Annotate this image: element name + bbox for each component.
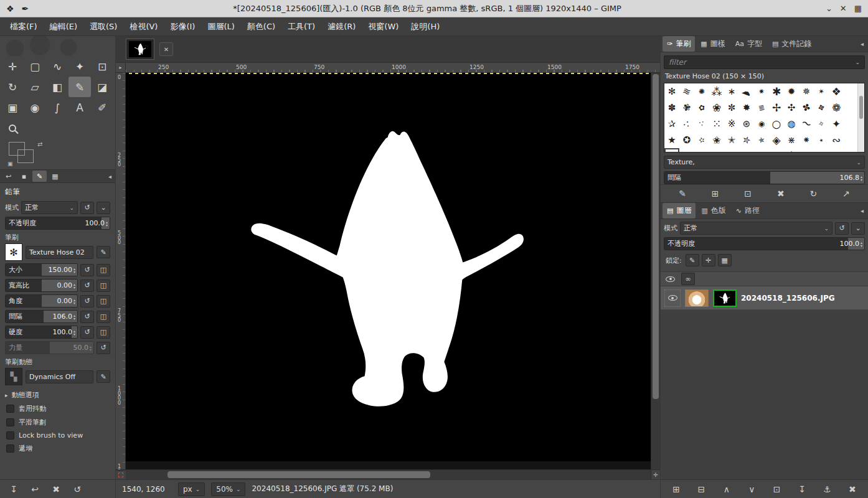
size-reset-button[interactable]: ↺ <box>80 264 94 276</box>
brush-thumbnail[interactable]: ≣ <box>752 98 771 117</box>
tab-paths[interactable]: ∿路徑 <box>732 203 764 218</box>
checkbox-lock-brush-to-view[interactable] <box>6 431 14 439</box>
image-canvas[interactable] <box>126 73 651 461</box>
new-brush-button[interactable]: ⊞ <box>709 187 722 200</box>
brush-thumbnail[interactable]: ✷ <box>812 146 831 153</box>
tab-brushes[interactable]: ✑筆刷 <box>663 36 695 52</box>
paint-mode-combo[interactable]: 正常 ⌄ <box>21 201 78 214</box>
reset-tool-options-button[interactable]: ↺ <box>71 483 83 496</box>
tab-channels[interactable]: ▥色版 <box>697 203 730 218</box>
spinner-buttons[interactable]: ▴▾ <box>861 175 864 181</box>
navigation-button[interactable]: ✛ <box>651 470 660 479</box>
spin-down-icon[interactable]: ▾ <box>861 178 862 181</box>
delete-layer-button[interactable]: ✖ <box>846 483 859 496</box>
brush-thumbnail[interactable]: ✽ <box>664 100 679 116</box>
brush-thumbnail[interactable]: ٭ <box>812 130 831 149</box>
tool-smudge[interactable]: ◉ <box>24 97 46 118</box>
tab-tool-options[interactable]: ✎ <box>32 171 47 182</box>
brush-thumbnail[interactable]: ❖ <box>829 83 844 100</box>
menu-item-select[interactable]: 選取(S) <box>83 18 123 35</box>
brush-thumbnail[interactable]: ✻ <box>664 83 679 100</box>
merge-down-button[interactable]: ↧ <box>795 483 809 496</box>
spin-down-icon[interactable]: ▾ <box>73 286 75 289</box>
brush-thumbnail[interactable]: ✥ <box>812 98 831 117</box>
link-all-layers-button[interactable]: ∞ <box>681 273 695 285</box>
dynamics-options-expander[interactable]: ▸ 動態選項 <box>5 390 110 400</box>
vertical-scrollbar-thumb[interactable] <box>653 74 659 399</box>
checkbox-row-smooth-stroke[interactable]: 平滑筆劃 <box>6 418 109 427</box>
spin-down-icon[interactable]: ▾ <box>90 348 92 351</box>
tool-paths[interactable]: ∫ <box>46 97 68 118</box>
edit-dynamics-button[interactable]: ✎ <box>97 370 110 383</box>
hardness-link-button[interactable]: ◫ <box>97 326 110 339</box>
canvas-view[interactable] <box>126 73 651 469</box>
dock-menu-arrow-icon[interactable]: ◂ <box>106 173 114 180</box>
duplicate-brush-button[interactable]: ⊡ <box>741 187 755 200</box>
force-slider[interactable]: 力量50.0▴▾ <box>5 341 94 354</box>
layer-row[interactable]: 20240518_125606.JPG <box>661 286 868 310</box>
brush-thumbnail[interactable]: ✴ <box>709 148 724 153</box>
brush-grid-scrollbar[interactable] <box>857 83 864 152</box>
brush-thumbnail[interactable]: ⋇ <box>784 132 799 148</box>
tool-transform[interactable]: ↻ <box>1 77 24 97</box>
layer-thumbnail[interactable] <box>685 289 709 307</box>
brush-thumbnail[interactable]: ✧ <box>812 114 831 133</box>
menu-item-file[interactable]: 檔案(F) <box>4 18 44 35</box>
layer-visibility-eye-icon[interactable] <box>668 295 677 301</box>
checkbox-row-lock-brush-to-view[interactable]: Lock brush to view <box>6 431 109 439</box>
tool-text[interactable]: A <box>68 97 91 118</box>
brush-thumbnail[interactable]: ✹ <box>829 148 844 153</box>
tab-fonts[interactable]: Aa字型 <box>731 36 767 52</box>
zoom-combo[interactable]: 50% ⌄ <box>211 482 245 496</box>
ruler-corner-menu-button[interactable]: ▸ <box>116 63 126 73</box>
brush-thumbnail[interactable]: ≈ <box>664 148 679 153</box>
dock-menu-arrow-icon[interactable]: ◂ <box>858 40 866 47</box>
aspect-ratio-reset-button[interactable]: ↺ <box>80 280 94 292</box>
checkbox-row-apply-jitter[interactable]: 套用抖動 <box>6 404 109 413</box>
tool-fuzzy-select[interactable]: ✦ <box>68 56 91 77</box>
tab-device-status[interactable]: ▪ <box>17 171 31 182</box>
brush-thumbnail[interactable]: ⁂ <box>784 148 799 153</box>
delete-tool-preset-button[interactable]: ✖ <box>50 483 62 496</box>
dock-menu-arrow-icon[interactable]: ◂ <box>858 207 866 214</box>
mode-reset-button[interactable]: ↺ <box>80 202 94 214</box>
brush-thumbnail[interactable]: ∗ <box>724 83 739 100</box>
brush-thumbnail[interactable]: ✢ <box>769 100 784 116</box>
spinner-buttons[interactable]: ▴▾ <box>73 267 77 273</box>
save-tool-preset-button[interactable]: ↧ <box>7 483 20 496</box>
brush-name-field[interactable]: Texture Hose 02 <box>26 246 93 259</box>
menu-item-tools[interactable]: 工具(T) <box>281 18 321 35</box>
brush-thumbnail[interactable]: ✺ <box>692 83 711 101</box>
spin-down-icon[interactable]: ▾ <box>73 270 75 273</box>
raise-layer-button[interactable]: ∧ <box>720 483 734 496</box>
brush-thumbnail[interactable]: ✫ <box>692 130 711 149</box>
spinner-buttons[interactable]: ▴▾ <box>106 220 110 227</box>
brush-thumbnail[interactable]: ✦ <box>829 116 844 132</box>
spinner-buttons[interactable]: ▴▾ <box>73 283 77 289</box>
tool-eraser[interactable]: ◪ <box>91 77 113 97</box>
brush-thumbnail[interactable]: ★ <box>664 132 679 148</box>
anchor-layer-button[interactable]: ⚓ <box>821 483 834 496</box>
tool-crop[interactable]: ⊡ <box>91 56 113 77</box>
brush-filter-input[interactable]: filter ⌄ <box>664 55 865 69</box>
spinner-buttons[interactable]: ▴▾ <box>73 329 77 336</box>
tab-undo-history[interactable]: ↩ <box>1 171 16 182</box>
spacing-link-button[interactable]: ◫ <box>97 311 110 323</box>
spin-down-icon[interactable]: ▾ <box>73 301 75 304</box>
brush-thumbnail[interactable]: ❀ <box>709 100 724 116</box>
layer-mode-reset-button[interactable]: ↺ <box>835 222 849 235</box>
hardness-reset-button[interactable]: ↺ <box>80 326 94 339</box>
menu-item-layer[interactable]: 圖層(L) <box>201 18 240 35</box>
tool-perspective[interactable]: ▱ <box>24 77 46 97</box>
brush-thumbnail[interactable]: ✣ <box>784 100 799 116</box>
size-link-button[interactable]: ◫ <box>97 264 110 276</box>
brush-thumbnail[interactable]: ◉ <box>752 114 771 133</box>
brush-thumbnail[interactable]: ◍ <box>784 116 799 132</box>
refresh-brushes-button[interactable]: ↻ <box>806 187 820 200</box>
brush-thumbnail[interactable]: ✬ <box>709 132 724 148</box>
angle-link-button[interactable]: ◫ <box>97 295 110 308</box>
brush-thumbnail[interactable]: ✶ <box>812 83 831 101</box>
tool-rectangle-select[interactable]: ▢ <box>24 56 46 77</box>
spin-down-icon[interactable]: ▾ <box>73 332 75 336</box>
force-reset-button[interactable]: ↺ <box>97 342 110 354</box>
